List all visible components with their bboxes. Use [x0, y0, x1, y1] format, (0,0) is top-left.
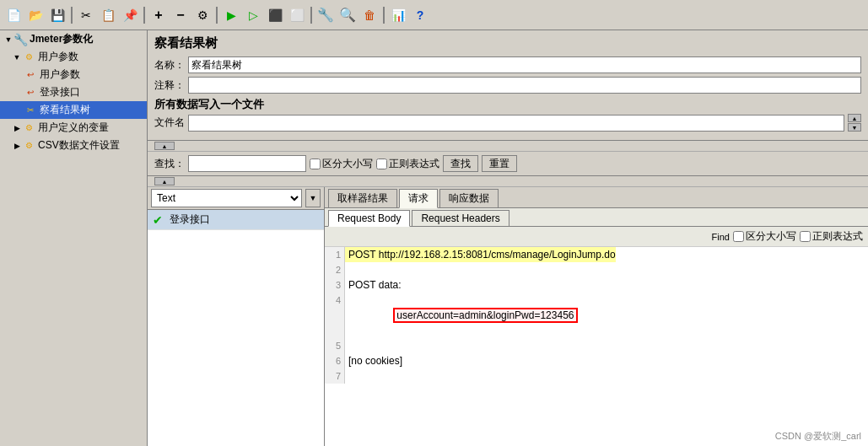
- report-btn[interactable]: 📊: [388, 5, 408, 25]
- comment-row: 注释：: [154, 77, 861, 94]
- comment-label: 注释：: [154, 78, 185, 93]
- list-item-login[interactable]: ✔ 登录接口: [148, 210, 324, 230]
- line-content-5: [345, 338, 348, 353]
- comment-input[interactable]: [188, 77, 861, 94]
- sidebar-login-interface-label: 登录接口: [40, 85, 80, 99]
- login-item-icon: ✔: [153, 213, 166, 227]
- view-result-tree-icon: ✂: [24, 104, 37, 117]
- sidebar-item-user-params[interactable]: ↩ 用户参数: [0, 66, 147, 83]
- boxed-content: userAccount=admin&loginPwd=123456: [393, 308, 577, 323]
- file-input[interactable]: [188, 115, 844, 132]
- stop-btn[interactable]: ⬜: [287, 5, 307, 25]
- scroll-arrows-row: ▲: [148, 141, 868, 152]
- subtab-request-headers[interactable]: Request Headers: [412, 210, 509, 226]
- user-defined-vars-expand-arrow[interactable]: ▶: [12, 124, 22, 132]
- tab-request[interactable]: 请求: [399, 189, 438, 208]
- line-num-1: 1: [325, 247, 345, 262]
- sidebar-item-user-defined-vars[interactable]: ▶ ⚙ 用户定义的变量: [0, 119, 147, 137]
- line-num-6: 6: [325, 353, 345, 368]
- find-row: Find 区分大小写 正则表达式: [325, 227, 868, 247]
- case-sensitive-checkbox[interactable]: [310, 159, 321, 169]
- sep3: [216, 7, 218, 24]
- settings-btn[interactable]: ⚙: [192, 5, 213, 25]
- panel-title: 察看结果树: [154, 35, 861, 51]
- sidebar: ▼ 🔧 Jmeter参数化 ▼ ⚙ 用户参数 ↩ 用户参数 ↩ 登录接口: [0, 30, 148, 446]
- sidebar-item-login-interface[interactable]: ↩ 登录接口: [0, 83, 147, 101]
- scroll-left-arrow2[interactable]: ▲: [154, 177, 175, 185]
- del-btn[interactable]: −: [170, 5, 191, 25]
- line-content-6: [no cookies]: [345, 353, 402, 368]
- reset-button[interactable]: 重置: [482, 155, 517, 172]
- sub-tabs: Request Body Request Headers: [325, 208, 868, 227]
- sep5: [383, 7, 385, 24]
- save-btn[interactable]: 💾: [47, 5, 67, 25]
- code-line-5: 5: [325, 338, 868, 353]
- scroll-down-arrow[interactable]: ▼: [848, 123, 861, 132]
- line-num-2: 2: [325, 262, 345, 277]
- sidebar-item-view-result-tree[interactable]: ✂ 察看结果树: [0, 101, 147, 119]
- csv-data-expand-arrow[interactable]: ▶: [12, 142, 22, 150]
- section-title: 所有数据写入一个文件: [154, 97, 861, 112]
- search-input[interactable]: [188, 155, 306, 172]
- find-case-sensitive-text: 区分大小写: [746, 229, 796, 244]
- result-panel: 取样器结果 请求 响应数据 Request Body Request Heade…: [325, 187, 868, 446]
- sidebar-user-params-label: 用户参数: [40, 67, 80, 82]
- sidebar-root[interactable]: ▼ 🔧 Jmeter参数化: [0, 30, 147, 48]
- find-case-sensitive-label[interactable]: 区分大小写: [733, 229, 796, 244]
- view-mode-select[interactable]: Text: [151, 189, 302, 207]
- case-sensitive-text: 区分大小写: [322, 157, 373, 171]
- list-panel-header: Text ▼: [148, 187, 324, 210]
- help-btn[interactable]: ?: [410, 5, 430, 25]
- scroll-left-arrow[interactable]: ▲: [154, 142, 175, 150]
- dropdown-arrow-btn[interactable]: ▼: [305, 189, 321, 207]
- name-input[interactable]: [188, 56, 861, 73]
- tool1-btn[interactable]: 🔧: [315, 5, 336, 25]
- line-content-2: [345, 262, 348, 277]
- find-regex-label[interactable]: 正则表达式: [800, 229, 863, 244]
- regex-text: 正则表达式: [389, 157, 439, 171]
- regex-checkbox-label[interactable]: 正则表达式: [376, 157, 439, 171]
- new-btn[interactable]: 📄: [3, 5, 24, 25]
- tab-response-data[interactable]: 响应数据: [439, 189, 499, 207]
- sep4: [310, 7, 312, 24]
- result-tabs: 取样器结果 请求 响应数据: [325, 187, 868, 208]
- scroll-up-arrow[interactable]: ▲: [848, 114, 861, 122]
- case-sensitive-checkbox-label[interactable]: 区分大小写: [310, 157, 373, 171]
- watermark: CSDN @爱软测_carl: [775, 430, 861, 443]
- sidebar-item-user-params-group[interactable]: ▼ ⚙ 用户参数: [0, 48, 147, 66]
- code-line-7: 7: [325, 368, 868, 384]
- search-global-btn[interactable]: 🔍: [337, 5, 358, 25]
- find-regex-checkbox[interactable]: [800, 231, 811, 242]
- code-line-6: 6 [no cookies]: [325, 353, 868, 368]
- paste-btn[interactable]: 📌: [120, 5, 140, 25]
- sidebar-user-defined-vars-label: 用户定义的变量: [38, 121, 109, 135]
- main-layout: ▼ 🔧 Jmeter参数化 ▼ ⚙ 用户参数 ↩ 用户参数 ↩ 登录接口: [0, 30, 868, 446]
- clear-btn[interactable]: 🗑: [359, 5, 380, 25]
- search-button[interactable]: 查找: [443, 155, 478, 172]
- find-case-sensitive-checkbox[interactable]: [733, 231, 744, 242]
- list-items: ✔ 登录接口: [148, 210, 324, 446]
- user-defined-vars-icon: ⚙: [22, 121, 35, 135]
- line-num-7: 7: [325, 368, 345, 384]
- sidebar-user-params-group-label: 用户参数: [38, 50, 78, 64]
- user-params-group-icon: ⚙: [22, 51, 35, 64]
- regex-checkbox[interactable]: [376, 159, 387, 169]
- pause-btn[interactable]: ⬛: [265, 5, 285, 25]
- tab-sampler-result[interactable]: 取样器结果: [328, 189, 397, 207]
- run2-btn[interactable]: ▷: [243, 5, 263, 25]
- root-icon: 🔧: [13, 33, 27, 46]
- sidebar-view-result-tree-label: 察看结果树: [40, 103, 90, 117]
- line-num-5: 5: [325, 338, 345, 353]
- sidebar-item-csv-data-config[interactable]: ▶ ⚙ CSV数据文件设置: [0, 137, 147, 154]
- subtab-request-body[interactable]: Request Body: [328, 210, 410, 227]
- line-content-4: userAccount=admin&loginPwd=123456: [345, 293, 578, 338]
- copy-btn[interactable]: 📋: [98, 5, 118, 25]
- user-params-expand-arrow[interactable]: ▼: [12, 53, 22, 62]
- code-line-3: 3 POST data:: [325, 277, 868, 293]
- open-btn[interactable]: 📂: [25, 5, 46, 25]
- run-btn[interactable]: ▶: [221, 5, 241, 25]
- code-area: 1 POST http://192.168.2.15:8081/cms/mana…: [325, 247, 868, 446]
- add-btn[interactable]: +: [148, 5, 169, 25]
- cut-btn[interactable]: ✂: [76, 5, 96, 25]
- root-expand-arrow[interactable]: ▼: [3, 35, 13, 44]
